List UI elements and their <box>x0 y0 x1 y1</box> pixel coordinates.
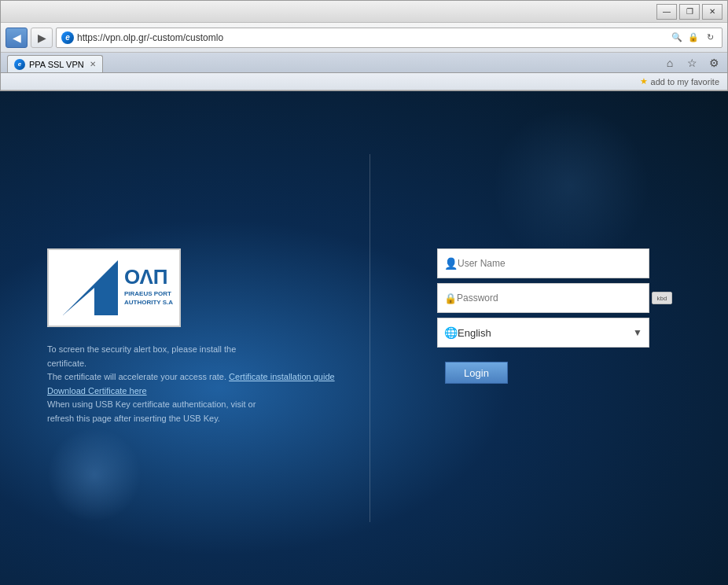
title-bar: — ❐ ✕ <box>1 1 727 23</box>
username-input[interactable] <box>458 258 642 269</box>
address-icons: 🔍 🔒 ↻ <box>670 31 717 45</box>
info-text-block: To screen the security alert box, please… <box>47 343 346 426</box>
virtual-keyboard-button[interactable]: kbd <box>652 292 672 304</box>
login-button[interactable]: Login <box>445 362 508 384</box>
nav-bar: ◀ ▶ e https://vpn.olp.gr/-custom/customl… <box>1 23 727 53</box>
password-lock-icon: 🔒 <box>444 292 457 304</box>
add-favorite-star-icon: ★ <box>640 76 648 86</box>
favorites-bar: ★ add to my favorite <box>1 73 727 90</box>
close-button[interactable]: ✕ <box>702 4 722 20</box>
address-bar[interactable]: e https://vpn.olp.gr/-custom/customlo 🔍 … <box>56 28 722 48</box>
decorative-glow-1 <box>47 428 142 522</box>
search-icon[interactable]: 🔍 <box>670 31 684 45</box>
settings-icon[interactable]: ⚙ <box>705 55 722 71</box>
logo-subtitle2: AUTHORITY S.A. <box>124 299 173 306</box>
home-icon[interactable]: ⌂ <box>661 55 678 71</box>
forward-button[interactable]: ▶ <box>31 28 53 48</box>
vertical-divider <box>370 154 370 522</box>
restore-button[interactable]: ❐ <box>679 4 700 20</box>
browser-window: — ❐ ✕ ◀ ▶ e https://vpn.olp.gr/-custom/c… <box>0 0 728 91</box>
download-certificate-link[interactable]: Download Certificate here <box>47 386 147 396</box>
certificate-guide-link[interactable]: Certificate installation guide <box>229 372 335 381</box>
tab-label: PPA SSL VPN <box>29 60 84 69</box>
logo-svg: ΟΛΠ PIRAEUS PORT AUTHORITY S.A. <box>55 252 173 323</box>
back-button[interactable]: ◀ <box>6 28 28 48</box>
password-input[interactable] <box>457 292 642 304</box>
user-icon: 👤 <box>444 257 458 270</box>
svg-marker-1 <box>63 288 94 315</box>
address-text: https://vpn.olp.gr/-custom/customlo <box>77 32 670 43</box>
tab-ppa-ssl-vpn[interactable]: e PPA SSL VPN ✕ <box>7 55 103 72</box>
page-content: ΟΛΠ PIRAEUS PORT AUTHORITY S.A. To scree… <box>0 91 728 585</box>
password-field-container: 🔒 kbd <box>437 283 649 313</box>
tab-close-button[interactable]: ✕ <box>90 60 96 68</box>
toolbar-right: ⌂ ☆ ⚙ <box>661 55 722 71</box>
minimize-button[interactable]: — <box>656 4 677 20</box>
username-field-container: 👤 <box>437 248 649 278</box>
refresh-icon[interactable]: ↻ <box>703 31 717 45</box>
login-form: 👤 🔒 kbd 🌐 English ▼ Login <box>437 248 649 384</box>
logo-name-text: ΟΛΠ <box>124 265 168 289</box>
info-line1: To screen the security alert box, please… <box>47 343 346 370</box>
organization-logo: ΟΛΠ PIRAEUS PORT AUTHORITY S.A. <box>47 248 181 327</box>
language-text: English <box>458 327 633 339</box>
tab-browser-icon: e <box>14 59 25 70</box>
left-panel: ΟΛΠ PIRAEUS PORT AUTHORITY S.A. To scree… <box>47 248 346 426</box>
language-selector[interactable]: 🌐 English ▼ <box>437 318 649 348</box>
tab-bar: e PPA SSL VPN ✕ ⌂ ☆ ⚙ <box>1 53 727 73</box>
decorative-glow-2 <box>492 107 649 264</box>
lock-icon: 🔒 <box>686 31 700 45</box>
chevron-down-icon: ▼ <box>633 327 642 338</box>
logo-subtitle1: PIRAEUS PORT <box>124 290 171 297</box>
info-line3: The certificate will accelerate your acc… <box>47 370 346 398</box>
globe-icon: 🌐 <box>444 326 458 339</box>
info-line4: When using USB Key certificate authentic… <box>47 398 346 425</box>
ie-browser-icon: e <box>61 31 74 44</box>
add-favorite-label[interactable]: add to my favorite <box>651 77 719 86</box>
favorites-star-icon[interactable]: ☆ <box>683 55 700 71</box>
